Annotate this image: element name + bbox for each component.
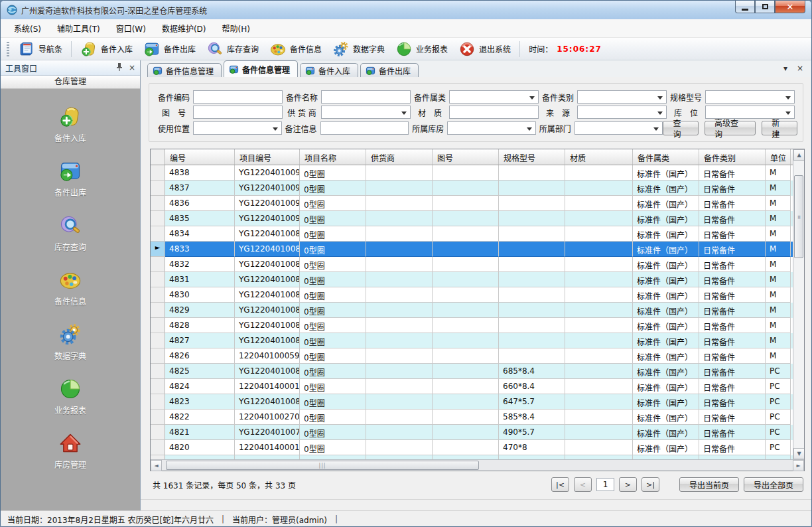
sidebar-item-4[interactable]: 数据字典 [54,323,86,361]
prev-page-button[interactable]: < [574,477,592,492]
tab-list-dropdown-icon[interactable]: ▾ [783,64,787,73]
vertical-scrollbar[interactable]: ▲ ≡ ▼ [793,149,804,459]
menu-item-2[interactable]: 窗口(W) [108,19,154,37]
field-dropdown[interactable] [449,90,539,104]
table-row[interactable]: 4830YG122040100850型圈标准件（国产）日常备件M [151,287,793,303]
sidebar-item-1[interactable]: 备件出库 [54,159,86,198]
row-selector-cell[interactable] [151,318,165,333]
tab-0[interactable]: 备件信息管理 [147,63,222,77]
table-row[interactable]: 4832YG122040100870型圈标准件（国产）日常备件M [151,257,793,272]
new-button[interactable]: 新建 [762,121,797,135]
table-row[interactable]: 4823YG122040100800型圈647*5.7标准件（国产）日常备件PC [151,394,793,410]
last-page-button[interactable]: >| [642,477,659,492]
table-row[interactable]: 4828YG122040100830型圈标准件（国产）日常备件M [151,318,793,333]
column-header-7[interactable]: 备件属类 [633,149,699,165]
field-dropdown[interactable] [705,106,795,119]
scroll-down-icon[interactable]: ▼ [793,448,804,459]
field-dropdown[interactable] [577,106,667,119]
toolbar-button-2[interactable]: 备件出库 [138,39,201,59]
field-dropdown[interactable] [705,90,795,104]
row-selector-cell[interactable] [151,165,165,181]
field-dropdown[interactable] [321,106,411,119]
column-header-9[interactable]: 单位 [766,149,791,165]
toolbar-button-0[interactable]: 导航条 [13,39,68,59]
row-selector-cell[interactable] [151,348,165,364]
row-selector-cell[interactable] [151,333,165,348]
query-button[interactable]: 查询 [663,121,699,135]
table-row[interactable]: 4821YG122040100790型圈490*5.7标准件（国产）日常备件PC [151,425,793,440]
toolbar-button-6[interactable]: 业务报表 [390,39,453,59]
toolbar-button-3[interactable]: 库存查询 [201,39,264,59]
tab-3[interactable]: 备件出库 [360,63,419,77]
column-header-1[interactable]: 项目编号 [235,149,300,165]
pin-icon[interactable] [116,63,123,73]
row-selector-cell[interactable] [151,379,165,394]
menu-item-0[interactable]: 系统(S) [6,19,49,37]
table-row[interactable]: 4835YG122040100900型圈标准件（国产）日常备件M [151,211,793,226]
table-row[interactable]: ►4833YG122040100880型圈标准件（国产）日常备件M [151,242,793,257]
page-number-input[interactable]: 1 [596,478,614,491]
panel-close-icon[interactable]: × [129,63,135,72]
toolbar-button-5[interactable]: 数据字典 [327,39,390,59]
column-header-8[interactable]: 备件类别 [699,149,766,165]
vertical-scroll-thumb[interactable]: ≡ [794,175,803,258]
sidebar-item-5[interactable]: 业务报表 [54,377,86,415]
table-row[interactable]: 482212204010027000型圈585*8.4标准件（国产）日常备件PC [151,410,793,425]
first-page-button[interactable]: |< [551,477,569,492]
field-dropdown[interactable] [193,121,282,135]
column-header-0[interactable]: 编号 [165,149,235,165]
horizontal-scrollbar[interactable]: ◄ ||| ► [151,459,804,471]
row-selector-cell[interactable] [151,410,165,425]
export-current-page-button[interactable]: 导出当前页 [679,477,739,492]
row-selector-cell[interactable] [151,181,165,196]
field-input[interactable] [320,121,409,135]
field-dropdown[interactable] [577,90,667,104]
toolbar-button-4[interactable]: 备件信息 [264,39,327,59]
sidebar-item-0[interactable]: 备件入库 [54,105,86,143]
menu-item-3[interactable]: 数据维护(D) [154,19,214,37]
table-row[interactable]: 482012204014000130型圈470*8标准件（国产）日常备件PC [151,440,793,455]
row-selector-cell[interactable] [151,303,165,318]
scroll-up-icon[interactable]: ▲ [793,149,804,161]
tab-2[interactable]: 备件入库 [300,63,358,77]
row-selector-cell[interactable] [151,440,165,455]
field-input[interactable] [193,90,283,104]
table-row[interactable]: 4834YG122040100890型圈标准件（国产）日常备件M [151,226,793,242]
sidebar-item-2[interactable]: 库存查询 [54,214,86,252]
table-row[interactable]: 4825YG122040100810型圈685*8.4标准件（国产）日常备件PC [151,364,793,379]
menu-item-4[interactable]: 帮助(H) [214,19,258,37]
toolbar-button-7[interactable]: 退出系统 [453,39,516,59]
column-header-4[interactable]: 图号 [433,149,499,165]
row-selector-cell[interactable] [151,226,165,242]
row-selector-cell[interactable] [151,364,165,379]
scroll-left-icon[interactable]: ◄ [151,460,162,471]
sidebar-item-3[interactable]: 备件信息 [54,268,86,307]
maximize-button[interactable] [755,1,775,13]
close-button[interactable]: ✕ [775,1,805,13]
next-page-button[interactable]: > [619,477,637,492]
toolbar-grip[interactable] [7,42,9,56]
table-row[interactable]: 482412204014000120型圈660*8.4标准件（国产）日常备件PC [151,379,793,394]
table-row[interactable]: 4838YG122040100930型圈标准件（国产）日常备件M [151,165,793,181]
row-selector-cell[interactable] [151,425,165,440]
table-row[interactable]: 4831YG122040100860型圈标准件（国产）日常备件M [151,272,793,287]
advanced-query-button[interactable]: 高级查询 [705,121,756,135]
table-row[interactable]: 4836YG122040100910型圈标准件（国产）日常备件M [151,196,793,211]
field-input[interactable] [449,106,539,119]
sidebar-item-6[interactable]: 库房管理 [54,431,86,470]
menu-item-1[interactable]: 辅助工具(T) [49,19,108,37]
table-row[interactable]: 4837YG122040100920型圈标准件（国产）日常备件M [151,181,793,196]
tab-1[interactable]: 备件信息管理 [224,60,298,77]
minimize-button[interactable] [735,1,755,13]
selected-row-indicator[interactable]: ► [151,242,165,257]
field-input[interactable] [321,90,411,104]
row-selector-cell[interactable] [151,394,165,410]
row-selector-cell[interactable] [151,287,165,303]
column-header-2[interactable]: 项目名称 [300,149,366,165]
field-dropdown[interactable] [447,121,536,135]
table-row[interactable]: 482612204010005990型圈标准件（国产）日常备件M [151,348,793,364]
row-selector-cell[interactable] [151,196,165,211]
column-header-6[interactable]: 材质 [565,149,633,165]
row-selector-cell[interactable] [151,257,165,272]
tab-close-icon[interactable]: × [797,64,803,73]
